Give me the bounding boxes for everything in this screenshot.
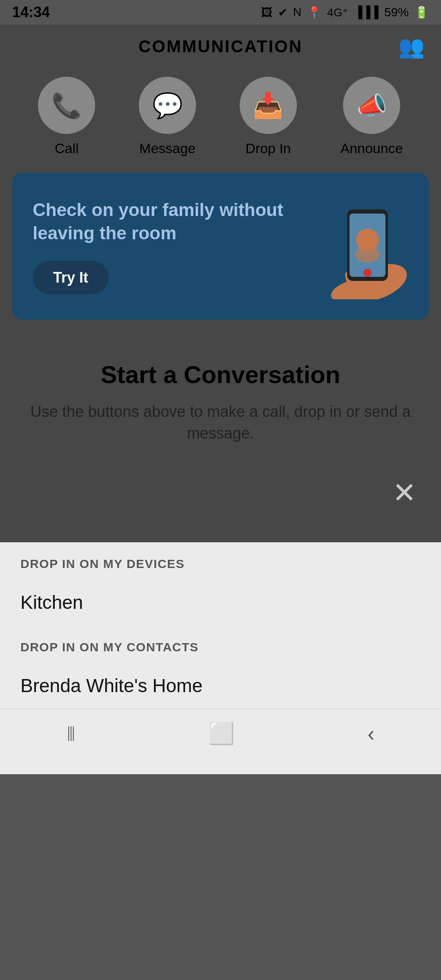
- devices-section-header: Drop In On My Devices: [0, 542, 441, 579]
- recent-apps-button[interactable]: ⦀: [58, 713, 84, 754]
- navigation-bar: ⦀ ⬜ ‹: [0, 709, 441, 758]
- nfc-icon: N: [293, 6, 301, 19]
- conversation-subtitle: Use the buttons above to make a call, dr…: [24, 401, 416, 444]
- dropin-button[interactable]: 📥 Drop In: [240, 77, 297, 156]
- message-label: Message: [139, 140, 196, 156]
- announce-button[interactable]: 📣 Announce: [340, 77, 403, 156]
- close-button[interactable]: ✕: [392, 476, 416, 510]
- comm-buttons-row: 📞 Call 💬 Message 📥 Drop In 📣 Announce: [0, 65, 441, 165]
- dropin-label: Drop In: [245, 140, 291, 156]
- status-icons: 🖼 ✔ N 📍 4G⁺ ▐▐▐ 59% 🔋: [261, 5, 429, 19]
- try-it-button[interactable]: Try It: [33, 261, 109, 294]
- svg-point-9: [355, 246, 380, 263]
- message-icon: 💬: [152, 91, 183, 120]
- banner-text-section: Check on your family without leaving the…: [33, 198, 323, 294]
- call-label: Call: [55, 140, 79, 156]
- users-icon[interactable]: 👥: [398, 34, 425, 59]
- call-icon: 📞: [51, 91, 82, 120]
- svg-point-10: [363, 269, 372, 277]
- announce-icon: 📣: [356, 91, 387, 120]
- battery-indicator: 59%: [384, 5, 409, 19]
- bottom-sheet: Drop In On My Devices Kitchen Drop In On…: [0, 542, 441, 774]
- call-icon-circle: 📞: [38, 77, 95, 134]
- back-icon: ‹: [368, 722, 374, 746]
- home-icon: ⬜: [208, 722, 235, 745]
- announce-label: Announce: [340, 140, 403, 156]
- image-icon: 🖼: [261, 6, 272, 19]
- home-button[interactable]: ⬜: [200, 713, 243, 754]
- conversation-title: Start a Conversation: [24, 361, 416, 389]
- check-icon: ✔: [278, 6, 287, 19]
- banner-text: Check on your family without leaving the…: [33, 198, 323, 245]
- conversation-section: Start a Conversation Use the buttons abo…: [0, 328, 441, 469]
- wifi-icon: ▐▐▐: [354, 6, 379, 19]
- page-title: COMMUNICATION: [138, 37, 303, 56]
- back-button[interactable]: ‹: [359, 713, 383, 754]
- recent-apps-icon: ⦀: [67, 722, 76, 745]
- banner-card: Check on your family without leaving the…: [12, 173, 429, 320]
- kitchen-device-item[interactable]: Kitchen: [0, 579, 441, 626]
- message-icon-circle: 💬: [139, 77, 196, 134]
- contacts-section-header: Drop In On My Contacts: [0, 626, 441, 662]
- phone-illustration: [323, 193, 412, 299]
- app-header: COMMUNICATION 👥: [0, 24, 441, 65]
- message-button[interactable]: 💬 Message: [139, 77, 196, 156]
- location-icon: 📍: [307, 6, 321, 19]
- main-overlay: COMMUNICATION 👥 📞 Call 💬 Message 📥 Drop …: [0, 24, 441, 542]
- status-time: 14:34: [12, 4, 50, 21]
- dropin-icon-circle: 📥: [240, 77, 297, 134]
- call-button[interactable]: 📞 Call: [38, 77, 95, 156]
- signal-icon: 4G⁺: [327, 6, 348, 19]
- dropin-icon: 📥: [253, 91, 283, 120]
- brenda-contact-item[interactable]: Brenda White's Home: [0, 662, 441, 709]
- status-bar: 14:34 🖼 ✔ N 📍 4G⁺ ▐▐▐ 59% 🔋: [0, 0, 441, 24]
- battery-icon: 🔋: [414, 6, 429, 19]
- announce-icon-circle: 📣: [343, 77, 400, 134]
